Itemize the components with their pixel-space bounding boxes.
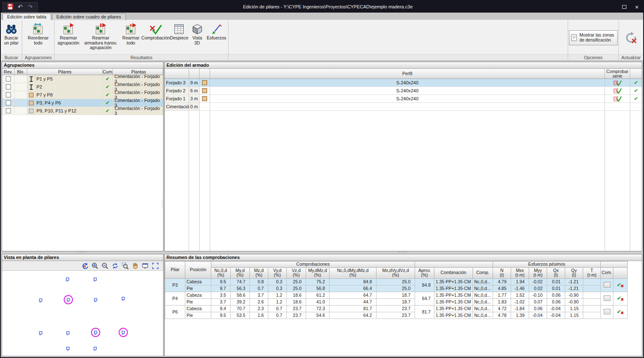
vista-3d-button[interactable]: Vista 3D xyxy=(189,21,205,54)
pilar-marker[interactable] xyxy=(122,297,125,301)
comprobar-serie-cell[interactable] xyxy=(605,95,630,103)
resumen-row[interactable]: P6Cabeza9.470.72.30.723.772.381.723.781.… xyxy=(165,305,628,312)
check-icon: ✔ xyxy=(105,100,109,106)
perfil-cell[interactable] xyxy=(210,103,605,111)
pilar-marker[interactable] xyxy=(94,298,98,302)
resumen-row[interactable]: P4Cabeza3.558.63.71.218.661.264.718.764.… xyxy=(165,292,628,298)
buscar-pilar-button[interactable]: Buscar un pilar xyxy=(2,21,21,54)
serie-check-cell: ✔ xyxy=(630,87,642,95)
close-button[interactable]: × xyxy=(631,1,643,13)
refresh-icon[interactable] xyxy=(111,261,119,270)
pilares-icon-cell xyxy=(27,91,36,99)
resumen-row[interactable]: Pie3.739.22.61.218.641.044.718.71.35·PP+… xyxy=(165,298,628,305)
tab-cuadro[interactable]: Edición sobre cuadro de pilares xyxy=(52,13,126,20)
pilares-cell[interactable]: P1 y P5 xyxy=(36,75,103,83)
detalle-comprobacion-button[interactable] xyxy=(604,295,610,301)
vista-planta-canvas[interactable] xyxy=(2,271,163,356)
rev-checkbox[interactable] xyxy=(6,84,11,89)
resumen-row[interactable]: Pie9.756.30.70.325.056.866.425.01.35·PP+… xyxy=(165,285,628,292)
blo-cell[interactable] xyxy=(15,99,27,107)
save-button[interactable] xyxy=(5,3,15,11)
redraw-icon[interactable]: R xyxy=(80,261,89,270)
vista-planta-toolbar: R xyxy=(2,261,163,271)
pilar-marker[interactable] xyxy=(39,298,43,303)
detalle-comprobacion-button[interactable] xyxy=(604,309,610,314)
perfil-cell[interactable]: S-240x240 xyxy=(210,87,605,95)
rev-cell[interactable] xyxy=(2,75,15,83)
zoom-out-icon[interactable] xyxy=(101,261,109,270)
comprobacion-button[interactable]: Comprobación xyxy=(142,21,169,54)
check-cross-icon: ✔✖ xyxy=(617,282,624,287)
seccion-icon-cell[interactable] xyxy=(200,79,210,87)
pilares-cell[interactable]: P9, P10, P11 y P12 xyxy=(36,107,103,115)
comprobar-serie-cell[interactable] xyxy=(605,103,630,111)
pilar-marker[interactable] xyxy=(66,347,70,351)
redo-button[interactable]: ↷ xyxy=(26,3,35,11)
reordenar-todo-button[interactable]: Reordenar todo xyxy=(24,21,52,54)
vertical-splitter-grip[interactable]: ···· xyxy=(162,199,165,209)
rev-checkbox[interactable] xyxy=(6,76,11,81)
agrupacion-row[interactable]: P9, P10, P11 y P12✔Cimentación - Forjado… xyxy=(2,107,163,115)
esfuerzos-button[interactable]: Esfuerzos xyxy=(205,21,227,54)
armado-row[interactable]: Forjado 39 mS-240x240✔ xyxy=(165,79,642,87)
blo-cell[interactable] xyxy=(15,75,27,83)
pilar-marker[interactable] xyxy=(39,331,43,335)
pilar-marker[interactable] xyxy=(66,331,70,335)
perfil-cell[interactable]: S-240x240 xyxy=(210,79,605,87)
despiece-button[interactable]: Despiece xyxy=(169,21,189,54)
pilar-marker[interactable] xyxy=(94,331,98,335)
resumen-row[interactable]: Pie9.553.51.60.723.754.664.223.71.35·PP+… xyxy=(165,312,628,319)
planta-cell[interactable]: Forjado 2 xyxy=(165,87,189,95)
rev-checkbox[interactable] xyxy=(6,92,11,97)
seccion-icon-cell[interactable] xyxy=(200,95,210,103)
actualizar-button[interactable] xyxy=(622,21,640,54)
mostrar-zonas-button[interactable]: Mostrar las zonas de densificación xyxy=(569,30,618,45)
pilar-marker[interactable] xyxy=(93,277,97,282)
armado-row[interactable]: Cimentación0 m xyxy=(165,103,642,111)
comprobar-serie-cell[interactable] xyxy=(605,79,630,87)
pilar-marker[interactable] xyxy=(93,347,97,351)
pilares-cell[interactable]: P3, P4 y P6 xyxy=(36,99,103,107)
vista-planta-panel-title: Vista en planta de pilares xyxy=(2,254,163,261)
blo-cell[interactable] xyxy=(15,83,27,91)
window-icon[interactable] xyxy=(141,261,150,270)
armado-row[interactable]: Forjado 26 mS-240x240✔ xyxy=(165,87,642,95)
rearmar-todo-button[interactable]: Rearmar todo xyxy=(120,21,142,54)
rev-cell[interactable] xyxy=(2,83,15,91)
zoom-window-icon[interactable] xyxy=(121,261,130,270)
horizontal-splitter-grip[interactable]: ···· xyxy=(398,251,408,253)
rearmar-agrupacion-button[interactable]: Rearmar agrupación xyxy=(55,21,81,54)
pilar-marker[interactable] xyxy=(122,331,125,335)
horizontal-splitter-grip[interactable]: ···· xyxy=(77,251,87,253)
detalle-comprobacion-button[interactable] xyxy=(604,282,610,287)
rev-checkbox[interactable] xyxy=(6,100,11,105)
pilares-cell[interactable]: P7 y P8 xyxy=(36,91,103,99)
rearmar-transv-button[interactable]: Rearmar armadura transv. agrupación xyxy=(81,21,120,54)
pilar-marker[interactable] xyxy=(67,298,70,302)
planta-cell[interactable]: Forjado 1 xyxy=(165,95,189,103)
seccion-icon-cell[interactable] xyxy=(200,87,210,95)
rev-cell[interactable] xyxy=(2,99,15,107)
resumen-row[interactable]: P3Cabeza9.574.70.80.325.075.284.825.084.… xyxy=(165,278,628,285)
blo-cell[interactable] xyxy=(15,91,27,99)
seccion-icon-cell[interactable] xyxy=(200,103,210,111)
armado-row[interactable]: Forjado 13 mS-240x240✔ xyxy=(165,95,642,103)
planta-cell[interactable]: Cimentación xyxy=(165,103,189,111)
full-extents-icon[interactable] xyxy=(151,261,160,270)
pilar-marker[interactable] xyxy=(66,277,70,282)
pilares-cell[interactable]: P2 xyxy=(36,83,103,91)
maximize-button[interactable] xyxy=(618,1,631,13)
undo-button[interactable]: ↶ xyxy=(16,3,25,11)
plantas-cell[interactable]: Cimentación - Forjado 3 xyxy=(113,107,163,115)
rebar-check-icon xyxy=(613,80,622,86)
planta-cell[interactable]: Forjado 3 xyxy=(165,79,189,87)
perfil-cell[interactable]: S-240x240 xyxy=(210,95,605,103)
rev-cell[interactable] xyxy=(2,91,15,99)
rev-checkbox[interactable] xyxy=(6,108,11,113)
tab-tabla[interactable]: Edición sobre tabla xyxy=(3,13,51,20)
blo-cell[interactable] xyxy=(15,107,27,115)
rev-cell[interactable] xyxy=(2,107,15,115)
pan-icon[interactable] xyxy=(131,261,140,270)
zoom-extents-icon[interactable] xyxy=(91,261,99,270)
comprobar-serie-cell[interactable] xyxy=(605,87,630,95)
